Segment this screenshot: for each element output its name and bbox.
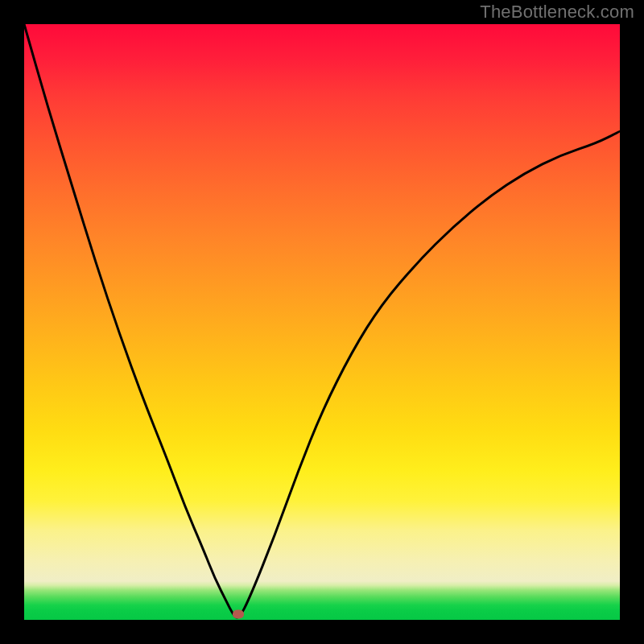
bottleneck-curve <box>24 24 620 617</box>
plot-area <box>24 24 620 620</box>
curve-svg <box>24 24 620 620</box>
watermark-text: TheBottleneck.com <box>480 2 634 23</box>
optimum-marker <box>233 609 244 618</box>
chart-frame: TheBottleneck.com <box>0 0 644 644</box>
